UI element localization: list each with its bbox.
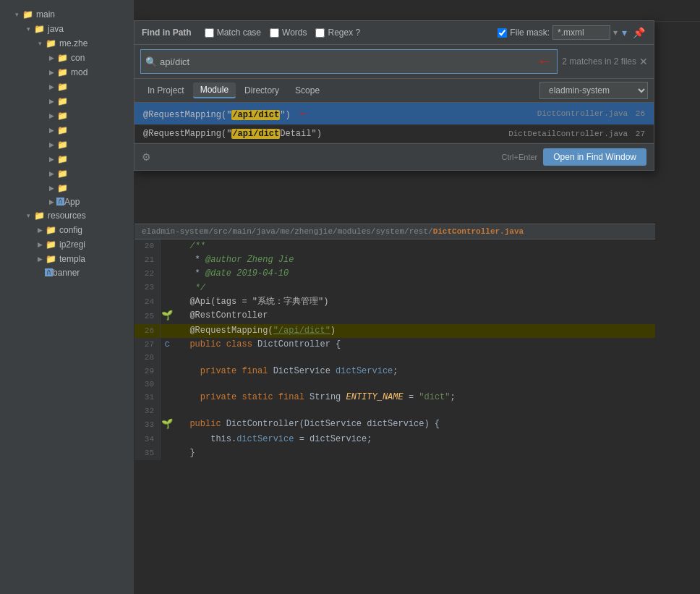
- scope-dropdown[interactable]: eladmin-system: [539, 82, 648, 99]
- line-content-22: * @date 2019-04-10: [174, 267, 294, 281]
- line-content-20: /**: [174, 239, 211, 253]
- file-mask-option[interactable]: File mask:: [498, 27, 550, 38]
- code-line-27: 27 C public class DictController {: [135, 338, 655, 352]
- match-count-text: 2 matches in 2 files: [562, 56, 636, 67]
- tab-directory[interactable]: Directory: [237, 83, 286, 98]
- folder-icon-config: 📁: [45, 224, 56, 236]
- line-num-26: 26: [135, 324, 161, 338]
- line-num-23: 23: [135, 281, 161, 295]
- sidebar-item-ip2regi[interactable]: ▶ 📁 ip2regi: [0, 237, 134, 252]
- sidebar-label-main: main: [36, 9, 55, 20]
- expand-arrow-f5: ▶: [46, 140, 56, 150]
- line-num-24: 24: [135, 295, 161, 309]
- code-line-29: 29 private final DictService dictService…: [135, 365, 655, 378]
- line-num-33: 33: [135, 417, 161, 433]
- line-content-29: private final DictService dictService;: [174, 365, 404, 378]
- sidebar: ▾ 📁 main ▾ 📁 java ▾ 📁 me.zhe ▶ 📁 con ▶ 📁…: [0, 0, 134, 594]
- code-line-21: 21 * @author Zheng Jie: [135, 253, 655, 267]
- sidebar-item-con[interactable]: ▶ 📁 con: [0, 51, 134, 65]
- tab-module[interactable]: Module: [193, 82, 236, 98]
- sidebar-item-f6[interactable]: ▶ 📁: [0, 152, 134, 166]
- expand-arrow-f3: ▶: [46, 111, 56, 121]
- line-content-26: @RequestMapping("/api/dict"): [174, 324, 341, 338]
- line-num-35: 35: [135, 446, 161, 460]
- sidebar-item-f3[interactable]: ▶ 📁: [0, 109, 134, 123]
- sidebar-item-config[interactable]: ▶ 📁 config: [0, 223, 134, 237]
- sidebar-label-templa: templa: [59, 254, 85, 264]
- sidebar-item-f5[interactable]: ▶ 📁: [0, 137, 134, 152]
- result-suffix-2: Detail"): [280, 129, 322, 139]
- sidebar-item-mezhe[interactable]: ▾ 📁 me.zhe: [0, 36, 134, 51]
- sidebar-item-f8[interactable]: ▶ 📁: [0, 181, 134, 195]
- line-num-31: 31: [135, 391, 161, 404]
- match-case-option[interactable]: Match case: [205, 27, 261, 38]
- file-mask-input[interactable]: *.mxml: [552, 25, 610, 40]
- folder-icon-f4: 📁: [56, 124, 68, 136]
- line-num-32: 32: [135, 405, 161, 418]
- line-content-23: */: [174, 281, 211, 295]
- folder-icon-f8: 📁: [56, 182, 68, 194]
- sidebar-item-resources[interactable]: ▾ 📁 resources: [0, 208, 134, 223]
- line-num-25: 25: [135, 309, 161, 324]
- sidebar-item-f4[interactable]: ▶ 📁: [0, 123, 134, 137]
- code-line-33: 33 🌱 public DictController(DictService d…: [135, 417, 655, 433]
- regex-checkbox[interactable]: [315, 28, 325, 38]
- result-file-2: DictDetailController.java 27: [508, 130, 645, 138]
- sidebar-label-ip2regi: ip2regi: [59, 239, 85, 250]
- result-highlight-2: /api/dict: [231, 129, 280, 139]
- folder-icon-f5: 📁: [56, 139, 68, 150]
- results-list: @RequestMapping("/api/dict") ← DictContr…: [135, 103, 654, 143]
- search-row: 🔍 api/dict ← 2 matches in 2 files ✕: [135, 45, 654, 79]
- line-content-35: }: [174, 446, 201, 460]
- tab-in-project[interactable]: In Project: [140, 83, 192, 98]
- line-content-24: @Api(tags = "系统：字典管理"): [174, 295, 334, 309]
- result-prefix-1: @RequestMapping(": [143, 110, 231, 120]
- line-content-25: @RestController: [174, 309, 273, 324]
- sidebar-item-banner[interactable]: ▶ 🅰 banner: [0, 266, 134, 279]
- file-mask-checkbox[interactable]: [498, 28, 507, 38]
- match-case-checkbox[interactable]: [205, 28, 214, 38]
- tabs-row: In Project Module Directory Scope eladmi…: [135, 79, 654, 103]
- sidebar-item-main[interactable]: ▾ 📁 main: [0, 7, 134, 22]
- clear-search-button[interactable]: ✕: [639, 56, 648, 67]
- code-line-23: 23 */: [135, 281, 655, 295]
- code-line-35: 35 }: [135, 446, 655, 460]
- folder-icon-mod: 📁: [56, 67, 68, 78]
- sidebar-item-java[interactable]: ▾ 📁 java: [0, 22, 134, 36]
- file-mask-dropdown[interactable]: ▾: [613, 27, 618, 38]
- app-icon: 🅰: [56, 198, 64, 206]
- line-icon-34: [161, 433, 174, 446]
- expand-arrow-templa: ▶: [35, 254, 45, 264]
- folder-icon-f6: 📁: [56, 153, 68, 165]
- sidebar-item-templa[interactable]: ▶ 📁 templa: [0, 252, 134, 266]
- words-checkbox[interactable]: [270, 28, 279, 38]
- sidebar-item-f7[interactable]: ▶ 📁: [0, 166, 134, 181]
- filter-icon[interactable]: ▾: [620, 25, 628, 40]
- expand-arrow-mezhe: ▾: [35, 38, 45, 48]
- expand-arrow-config: ▶: [35, 225, 45, 235]
- folder-icon-ip2regi: 📁: [45, 239, 56, 250]
- tab-scope[interactable]: Scope: [288, 83, 327, 98]
- result-row-1[interactable]: @RequestMapping("/api/dict") ← DictContr…: [135, 103, 654, 125]
- expand-arrow-f2: ▶: [46, 96, 56, 106]
- line-content-27: public class DictController {: [174, 338, 346, 352]
- regex-option[interactable]: Regex ?: [315, 27, 360, 38]
- sidebar-item-f2[interactable]: ▶ 📁: [0, 94, 134, 109]
- pin-icon[interactable]: 📌: [631, 25, 646, 40]
- red-arrow-result: ←: [300, 106, 308, 121]
- line-num-30: 30: [135, 378, 161, 391]
- open-in-find-window-button[interactable]: Open in Find Window: [543, 148, 646, 166]
- sidebar-item-app[interactable]: ▶ 🅰 App: [0, 195, 134, 208]
- search-input[interactable]: api/dict: [160, 56, 531, 67]
- gear-icon[interactable]: ⚙: [142, 151, 151, 163]
- words-option[interactable]: Words: [270, 27, 307, 38]
- file-mask-area: File mask: *.mxml *.mxml ▾ ▾ 📌: [498, 25, 646, 40]
- result-row-2[interactable]: @RequestMapping("/api/dictDetail") DictD…: [135, 125, 654, 143]
- sidebar-item-mod[interactable]: ▶ 📁 mod: [0, 65, 134, 80]
- expand-arrow-mod: ▶: [46, 67, 56, 77]
- expand-arrow-ip2regi: ▶: [35, 239, 45, 250]
- expand-arrow-f8: ▶: [46, 183, 56, 193]
- line-icon-30: [161, 378, 174, 391]
- sidebar-label-mod: mod: [71, 67, 88, 77]
- sidebar-item-f1[interactable]: ▶ 📁: [0, 80, 134, 94]
